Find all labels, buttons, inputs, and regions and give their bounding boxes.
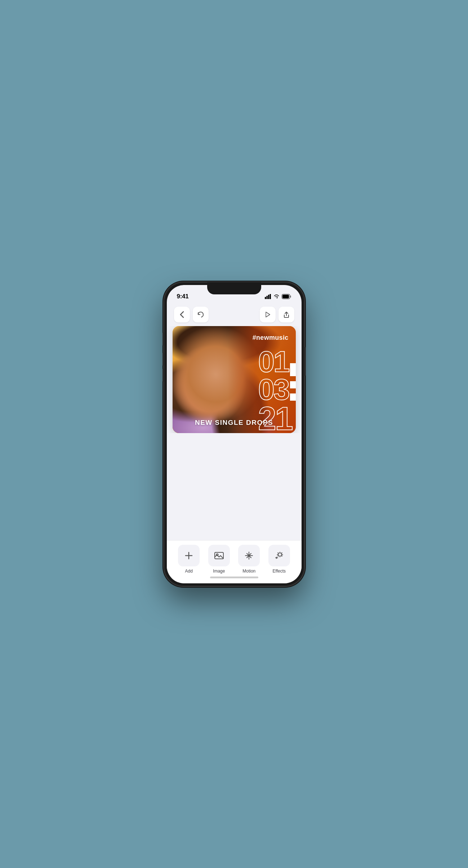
toolbar-right: [260, 307, 294, 322]
back-chevron-icon: [180, 311, 184, 318]
motion-icon-box: [238, 545, 260, 566]
plus-icon: [184, 551, 193, 560]
image-icon: [214, 551, 224, 560]
play-button[interactable]: [260, 307, 276, 322]
status-icons: [265, 294, 291, 299]
side-rect-3: [290, 393, 296, 401]
phone-screen: 9:41: [167, 285, 302, 583]
phone-frame: 9:41: [164, 282, 304, 586]
svg-rect-3: [269, 294, 271, 299]
effects-icon-box: [268, 545, 290, 566]
design-canvas[interactable]: #newmusic 01 03 21 NEW SINGLE DROPS: [173, 326, 296, 433]
toolbar-left: [174, 307, 209, 322]
number-01: 01: [258, 348, 292, 376]
share-button[interactable]: [278, 307, 294, 322]
add-icon-box: [178, 545, 200, 566]
tool-motion[interactable]: Motion: [236, 545, 262, 574]
status-time: 9:41: [177, 293, 189, 300]
side-rect-2: [290, 381, 296, 388]
image-icon-box: [208, 545, 230, 566]
tool-add[interactable]: Add: [176, 545, 202, 574]
notch: [207, 282, 261, 294]
svg-rect-2: [268, 295, 269, 299]
undo-button[interactable]: [193, 307, 209, 322]
back-button[interactable]: [174, 307, 190, 322]
add-label: Add: [185, 569, 193, 574]
side-rect-1: [290, 363, 296, 376]
battery-icon: [282, 294, 291, 299]
undo-icon: [197, 311, 204, 318]
tool-image[interactable]: Image: [206, 545, 232, 574]
number-03: 03: [258, 375, 292, 404]
bottom-tools: Add Image: [174, 545, 294, 574]
toolbar: [167, 303, 302, 326]
wifi-icon: [273, 294, 280, 299]
play-icon: [265, 312, 270, 317]
effects-icon: [274, 551, 284, 561]
image-label: Image: [213, 569, 225, 574]
side-decorators: [290, 363, 296, 401]
svg-rect-1: [266, 296, 268, 299]
motion-label: Motion: [242, 569, 255, 574]
canvas-content: #newmusic 01 03 21 NEW SINGLE DROPS: [173, 326, 296, 433]
bottom-text: NEW SINGLE DROPS: [195, 419, 273, 427]
home-indicator: [210, 577, 258, 578]
canvas-area: #newmusic 01 03 21 NEW SINGLE DROPS: [167, 326, 302, 433]
effects-label: Effects: [273, 569, 286, 574]
svg-rect-0: [265, 297, 266, 299]
share-icon: [284, 311, 289, 318]
svg-rect-5: [290, 295, 291, 298]
tool-effects[interactable]: Effects: [266, 545, 292, 574]
hashtag-text: #newmusic: [253, 334, 289, 342]
svg-rect-6: [282, 295, 289, 298]
bottom-toolbar: Add Image: [167, 540, 302, 583]
motion-icon: [244, 551, 254, 561]
signal-bars-icon: [265, 294, 271, 299]
